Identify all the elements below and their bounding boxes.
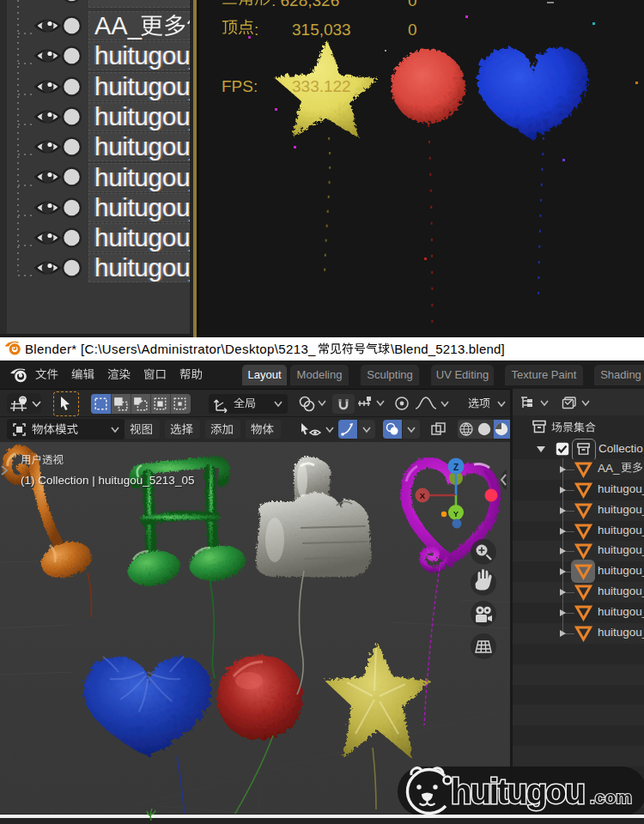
svg-text:.com: .com	[590, 787, 632, 807]
svg-text:Y: Y	[453, 509, 459, 518]
svg-text:huitugou: huitugou	[451, 772, 584, 810]
svg-text:X: X	[420, 491, 426, 500]
svg-text:Z: Z	[453, 463, 459, 472]
